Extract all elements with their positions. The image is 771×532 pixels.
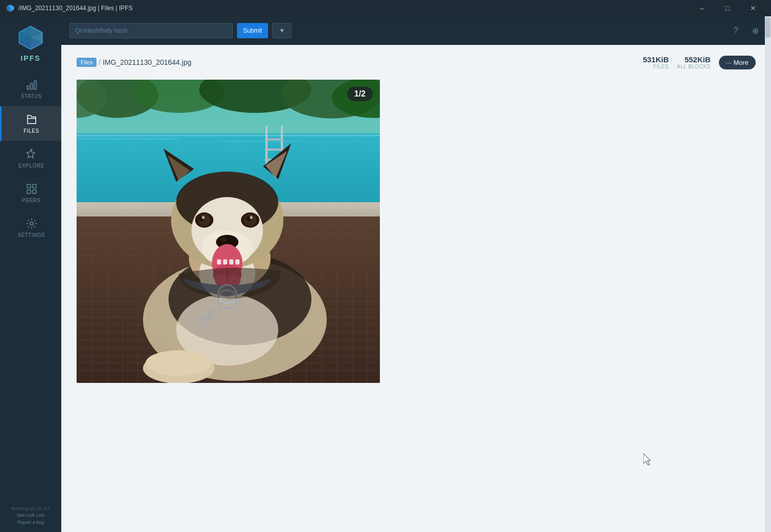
svg-point-22 bbox=[30, 222, 33, 225]
files-size-label: FILES bbox=[653, 64, 668, 69]
more-button[interactable]: ··· More bbox=[719, 56, 756, 69]
svg-rect-32 bbox=[77, 138, 179, 139]
footer-line3[interactable]: Report a bug bbox=[4, 519, 57, 526]
svg-rect-31 bbox=[77, 135, 380, 136]
sidebar-logo-text: IPFS bbox=[20, 54, 40, 62]
main-content: Submit ▼ ? ⊕ Files / IMG_20211130_201644 bbox=[61, 16, 771, 532]
sidebar-item-settings[interactable]: SETTINGS bbox=[0, 210, 61, 245]
sidebar-footer: Running on Go 0.3 See Link Lois Report a… bbox=[0, 499, 61, 533]
sidebar-item-peers-label: PEERS bbox=[22, 198, 40, 203]
svg-rect-118 bbox=[223, 259, 227, 264]
sidebar-logo: IPFS bbox=[0, 16, 61, 67]
breadcrumb: Files / IMG_20211130_201644.jpg bbox=[77, 58, 191, 67]
sidebar: IPFS STATUS bbox=[0, 16, 61, 532]
sidebar-item-peers[interactable]: PEERS bbox=[0, 176, 61, 210]
title-bar-controls: – □ ✕ bbox=[690, 0, 765, 16]
page-content: Files / IMG_20211130_201644.jpg 531KiB F… bbox=[61, 45, 771, 532]
breadcrumb-separator: / bbox=[99, 58, 101, 66]
help-button[interactable]: ? bbox=[728, 23, 743, 38]
sidebar-item-status[interactable]: STATUS bbox=[0, 71, 61, 106]
sidebar-item-files-label: FILES bbox=[23, 128, 39, 134]
svg-rect-16 bbox=[34, 81, 36, 89]
sidebar-item-settings-label: SETTINGS bbox=[17, 232, 45, 238]
svg-rect-20 bbox=[27, 190, 31, 194]
image-container: 1/2 bbox=[77, 80, 756, 383]
svg-rect-19 bbox=[33, 184, 36, 188]
peers-icon bbox=[26, 183, 38, 195]
image-wrapper: 1/2 bbox=[77, 80, 380, 383]
status-icon bbox=[26, 79, 38, 91]
all-blocks-label: ALL BLOCKS bbox=[677, 64, 711, 69]
all-blocks-block: 552KiB ALL BLOCKS bbox=[677, 55, 711, 69]
ipfs-icon bbox=[6, 4, 14, 12]
title-bar-left: /IMG_20211130_201644.jpg | Files | IPFS bbox=[6, 4, 133, 12]
sidebar-nav: STATUS FILES EXPLORE bbox=[0, 71, 61, 245]
svg-rect-33 bbox=[220, 141, 296, 142]
dog-image bbox=[77, 80, 380, 383]
close-button[interactable]: ✕ bbox=[741, 0, 765, 16]
svg-rect-117 bbox=[217, 259, 221, 264]
sidebar-item-status-label: STATUS bbox=[21, 93, 42, 99]
explore-icon bbox=[26, 148, 38, 160]
svg-rect-21 bbox=[33, 190, 36, 194]
ipfs-logo-icon bbox=[17, 25, 44, 51]
svg-rect-18 bbox=[27, 184, 31, 188]
scroll-thumb[interactable] bbox=[765, 17, 770, 38]
svg-rect-119 bbox=[229, 259, 233, 264]
search-input[interactable] bbox=[69, 23, 233, 38]
file-stats: 531KiB FILES 552KiB ALL BLOCKS ··· More bbox=[643, 55, 756, 69]
scrollbar[interactable] bbox=[765, 16, 771, 532]
top-bar: Submit ▼ ? ⊕ bbox=[61, 16, 771, 45]
submit-button[interactable]: Submit bbox=[237, 23, 268, 38]
breadcrumb-row: Files / IMG_20211130_201644.jpg 531KiB F… bbox=[77, 55, 756, 69]
image-badge: 1/2 bbox=[347, 87, 373, 101]
account-button[interactable]: ⊕ bbox=[748, 23, 763, 38]
all-blocks-value: 552KiB bbox=[685, 55, 711, 64]
sidebar-item-explore[interactable]: EXPLORE bbox=[0, 141, 61, 176]
svg-point-99 bbox=[202, 216, 205, 219]
more-label: More bbox=[733, 59, 749, 66]
footer-line1: Running on Go 0.3 bbox=[4, 505, 57, 513]
window-area: IPFS STATUS bbox=[0, 16, 771, 532]
svg-point-105 bbox=[220, 237, 227, 242]
title-bar: /IMG_20211130_201644.jpg | Files | IPFS … bbox=[0, 0, 771, 16]
files-size-block: 531KiB FILES bbox=[643, 55, 669, 69]
more-dots: ··· bbox=[726, 59, 732, 66]
svg-rect-36 bbox=[264, 138, 284, 140]
svg-rect-120 bbox=[235, 259, 239, 264]
files-icon bbox=[26, 113, 38, 126]
breadcrumb-files-button[interactable]: Files bbox=[77, 58, 97, 67]
svg-rect-37 bbox=[264, 149, 284, 151]
svg-point-103 bbox=[250, 216, 253, 219]
maximize-button[interactable]: □ bbox=[716, 0, 739, 16]
minimize-button[interactable]: – bbox=[690, 0, 714, 16]
breadcrumb-filename: IMG_20211130_201644.jpg bbox=[103, 58, 191, 66]
settings-icon bbox=[26, 217, 38, 230]
secondary-button[interactable]: ▼ bbox=[272, 23, 292, 38]
svg-rect-14 bbox=[27, 86, 29, 89]
files-size-value: 531KiB bbox=[643, 55, 669, 64]
sidebar-item-explore-label: EXPLORE bbox=[18, 163, 44, 168]
footer-line2[interactable]: See Link Lois bbox=[4, 512, 57, 519]
title-bar-title: /IMG_20211130_201644.jpg | Files | IPFS bbox=[18, 5, 133, 12]
sidebar-item-files[interactable]: FILES bbox=[0, 106, 61, 141]
svg-point-85 bbox=[146, 350, 212, 376]
svg-rect-15 bbox=[31, 83, 33, 89]
